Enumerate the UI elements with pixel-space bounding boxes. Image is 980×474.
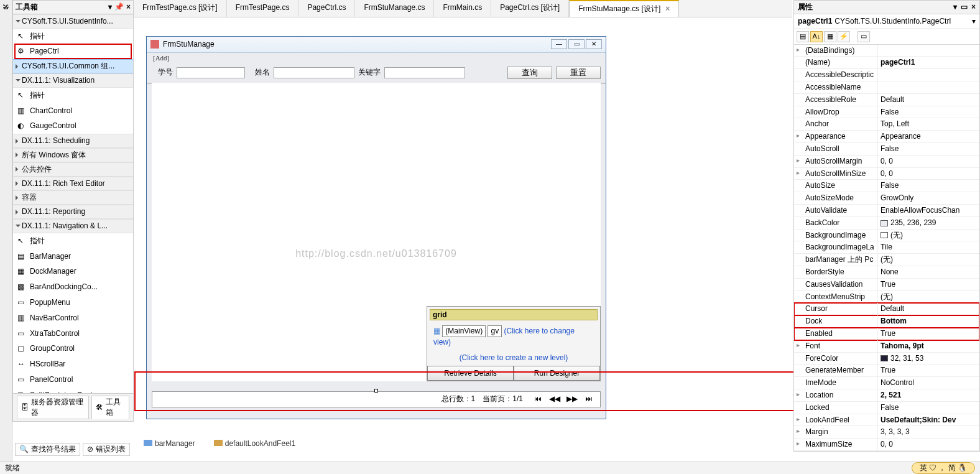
prop-value[interactable]: UseDefault;Skin: Dev	[878, 414, 979, 426]
prop-row-Dock[interactable]: DockBottom	[794, 315, 979, 328]
toolbox-group-2[interactable]: DX.11.1: Visualization	[13, 73, 133, 88]
toolbox-item--[interactable]: ↖指针	[14, 29, 132, 44]
prop-value[interactable]: 32, 31, 53	[878, 353, 979, 365]
toolbox-item-xtratabcontrol[interactable]: ▭XtraTabControl	[14, 326, 132, 342]
toolbox-item-dockmanager[interactable]: ▦DockManager	[14, 264, 132, 279]
prop-row-Margin[interactable]: Margin3, 3, 3, 3	[794, 426, 979, 439]
bottom-tab-错误列表[interactable]: ⊘错误列表	[83, 443, 130, 456]
prop-value[interactable]: 2, 521	[878, 389, 979, 401]
prop-row-Name[interactable]: (Name)pageCtrl1	[794, 57, 979, 69]
close-icon[interactable]: ×	[665, 4, 670, 13]
form-window[interactable]: FrmStuManage — ▭ ✕ [Add] 学号 姓名 关键字 查询 重置	[146, 36, 606, 419]
events-icon[interactable]: ⚡	[838, 31, 850, 42]
prop-row-AutoScrollMinSize[interactable]: AutoScrollMinSize0, 0	[794, 168, 979, 180]
prop-row-BackColor[interactable]: BackColor235, 236, 239	[794, 217, 979, 230]
prop-row-Anchor[interactable]: AnchorTop, Left	[794, 118, 979, 131]
maximize-button[interactable]: ▭	[568, 39, 585, 49]
prop-row-LookAndFeel[interactable]: LookAndFeelUseDefault;Skin: Dev	[794, 414, 979, 427]
toolbox-item-splitcontainercont-[interactable]: ⊞SplitContainerCont...	[14, 388, 132, 394]
run-designer-button[interactable]: Run Designer	[514, 366, 600, 381]
prop-value[interactable]: None	[878, 266, 979, 278]
toolbox-group-9[interactable]: DX.11.1: Navigation & L...	[13, 219, 133, 233]
prop-value[interactable]: False	[878, 106, 979, 118]
toolbox-group-3[interactable]: DX.11.1: Scheduling	[13, 134, 133, 148]
prop-value[interactable]: False	[878, 180, 979, 192]
pin-icon[interactable]: 📌	[114, 2, 124, 12]
toolbox-item-hscrollbar[interactable]: ↔HScrollBar	[14, 356, 132, 372]
prop-value[interactable]: 0, 0	[878, 439, 979, 450]
prop-row-AutoScrollMargin[interactable]: AutoScrollMargin0, 0	[794, 156, 979, 168]
prop-value[interactable]: GrowOnly	[878, 192, 979, 204]
prop-pages-icon[interactable]: ▭	[858, 31, 870, 42]
prop-row-AccessibleRole[interactable]: AccessibleRoleDefault	[794, 94, 979, 106]
doc-tab[interactable]: PageCtrl.cs	[298, 0, 355, 17]
toolbox-group-4[interactable]: 所有 Windows 窗体	[13, 148, 133, 162]
prop-value[interactable]: Default	[878, 303, 979, 315]
pager-first-icon[interactable]: ⏮	[530, 394, 545, 404]
chevron-down-icon[interactable]: ▾	[972, 16, 976, 27]
designer-surface[interactable]: FrmStuManage — ▭ ✕ [Add] 学号 姓名 关键字 查询 重置	[134, 17, 792, 452]
ime-indicator[interactable]: 英 ♡ ， 简 🐧	[912, 462, 975, 474]
prop-row-barManagerPc[interactable]: barManager 上的 Pc(无)	[794, 254, 979, 266]
prop-value[interactable]: (无)	[878, 230, 979, 241]
doc-tab[interactable]: FrmStuManage.cs [设计]×	[569, 0, 679, 17]
toolbox-group-1[interactable]: CYSoft.TS.UI.Common 组...	[13, 59, 133, 73]
toolbox-item-barmanager[interactable]: ▤BarManager	[14, 249, 132, 264]
close-icon[interactable]: ×	[126, 2, 131, 12]
prop-row-Enabled[interactable]: EnabledTrue	[794, 328, 979, 340]
dropdown-icon[interactable]: ▾	[108, 2, 112, 12]
prop-value[interactable]: Default	[878, 94, 979, 106]
prop-value[interactable]: (无)	[878, 291, 979, 303]
prop-value[interactable]: Tile	[878, 241, 979, 253]
prop-row-AccessibleDescriptic[interactable]: AccessibleDescriptic	[794, 69, 979, 81]
prop-row-Font[interactable]: FontTahoma, 9pt	[794, 340, 979, 353]
toolbox-group-7[interactable]: 容器	[13, 190, 133, 205]
doc-tab[interactable]: FrmMain.cs	[434, 0, 491, 17]
dropdown-icon[interactable]: ▾	[953, 2, 957, 12]
prop-value[interactable]: 3, 3, 3, 3	[878, 426, 979, 438]
toolbox-tab-服务器资源管理器[interactable]: 🗄服务器资源管理器	[17, 396, 89, 419]
left-strip-icon[interactable]: 🛠	[1, 4, 11, 11]
toolbox-group-5[interactable]: 公共控件	[13, 162, 133, 177]
form-titlebar[interactable]: FrmStuManage — ▭ ✕	[147, 37, 606, 53]
prop-value[interactable]: True	[878, 279, 979, 290]
prop-row-DataBindings[interactable]: (DataBindings)	[794, 45, 979, 57]
toolbox-item-panelcontrol[interactable]: ▭PanelControl	[14, 372, 132, 388]
gv-chip[interactable]: gv	[488, 325, 502, 337]
sort-icon[interactable]: A↓	[810, 31, 823, 42]
input-keyword[interactable]	[384, 67, 465, 78]
prop-value[interactable]	[878, 81, 979, 93]
prop-value[interactable]: pageCtrl1	[878, 57, 979, 68]
prop-value[interactable]: False	[878, 402, 979, 414]
prop-value[interactable]: 0, 0	[878, 168, 979, 180]
toolbox-item-baranddockingco-[interactable]: ▩BarAndDockingCo...	[14, 279, 132, 295]
prop-value[interactable]: True	[878, 328, 979, 340]
prop-row-AutoScroll[interactable]: AutoScrollFalse	[794, 143, 979, 156]
pager-next-icon[interactable]: ▶▶	[565, 394, 580, 404]
prop-value[interactable]: False	[878, 143, 979, 155]
properties-selector[interactable]: pageCtrl1 CYSoft.TS.UI.StudentInfo.PageC…	[794, 14, 979, 29]
toolbox-item-pagectrl[interactable]: ⚙PageCtrl	[14, 44, 132, 59]
prop-value[interactable]: 0, 0	[878, 156, 979, 167]
prop-value[interactable]: True	[878, 365, 979, 376]
input-sid[interactable]	[177, 67, 245, 78]
input-name[interactable]	[274, 67, 354, 78]
prop-value[interactable]: (无)	[878, 254, 979, 266]
categorize-icon[interactable]: ▤	[797, 31, 809, 42]
prop-value[interactable]: Tahoma, 9pt	[878, 340, 979, 352]
toolbox-tab-工具箱[interactable]: 🛠工具箱	[91, 396, 129, 419]
prop-value[interactable]: 235, 236, 239	[878, 217, 979, 229]
prop-value[interactable]: Bottom	[878, 315, 979, 327]
doc-tab[interactable]: FrmTestPage.cs [设计]	[134, 0, 227, 17]
bottom-tab-查找符号结果[interactable]: 🔍查找符号结果	[15, 443, 80, 456]
props-page-icon[interactable]: ▦	[824, 31, 836, 42]
prop-row-MaximumSize[interactable]: MaximumSize0, 0	[794, 439, 979, 451]
toolbox-item-navbarcontrol[interactable]: ▥NavBarControl	[14, 310, 132, 326]
prop-value[interactable]: Appearance	[878, 131, 979, 142]
doc-tab[interactable]: PageCtrl.cs [设计]	[491, 0, 569, 17]
bar-add[interactable]: [Add]	[147, 53, 606, 64]
toolbox-item--[interactable]: ↖指针	[14, 233, 132, 249]
toolbox-item-gaugecontrol[interactable]: ◐GaugeControl	[14, 118, 132, 134]
prop-row-AutoSizeMode[interactable]: AutoSizeModeGrowOnly	[794, 192, 979, 205]
toolbox-item-popupmenu[interactable]: ▭PopupMenu	[14, 295, 132, 310]
